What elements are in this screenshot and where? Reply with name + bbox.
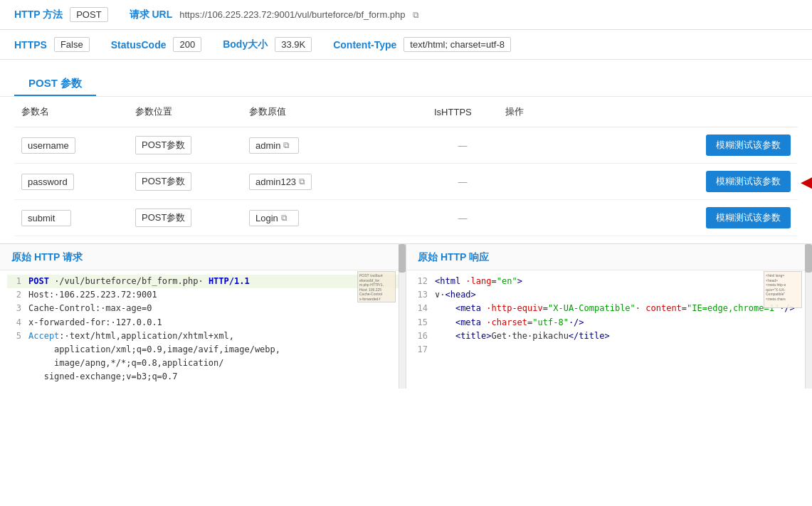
val: "en" <box>497 276 517 286</box>
info-bar: HTTPS False StatusCode 200 Body大小 33.9K … <box>0 30 812 60</box>
params-table: 参数名 参数位置 参数原值 IsHTTPS 操作 username POST参数… <box>14 97 798 236</box>
code-line: signed-exchange;v=b3;q=0.7 <box>7 370 399 384</box>
code-text: <meta ·http-equiv="X-UA-Compatible"· con… <box>435 302 805 315</box>
code-text: Host:·106.225.223.72:9001 <box>28 288 399 302</box>
url-label: 请求 URL <box>130 9 173 21</box>
code-line: 5 Accept:·text/html,application/xhtml+xm… <box>7 330 399 371</box>
thumbnail-content: POST /vul/burteforce/bf_form.php HTTP/1.… <box>358 272 395 302</box>
params-table-wrapper: 参数名 参数位置 参数原值 IsHTTPS 操作 username POST参数… <box>0 97 812 236</box>
https-item: HTTPS False <box>14 37 90 52</box>
line-number: 2 <box>7 288 21 302</box>
attr: ·charset <box>486 317 527 327</box>
tag: <title> <box>455 331 492 341</box>
line-number: 15 <box>413 316 428 330</box>
code-text: <title>Get·the·pikachu</title> <box>435 330 805 343</box>
line-number: 4 <box>7 316 21 330</box>
tag: <meta <box>455 317 481 327</box>
col-header-pos: 参数位置 <box>128 97 242 127</box>
code-text: Cache-Control:·max-age=0 <box>28 302 399 315</box>
line-number: 13 <box>413 288 428 302</box>
body-item: Body大小 33.9K <box>223 37 312 52</box>
keyword: HTTP/1.1 <box>209 276 250 286</box>
url-item: 请求 URL https://106.225.223.72:9001/vul/b… <box>130 9 419 21</box>
line-number: 12 <box>413 275 428 288</box>
tag: <meta <box>455 303 481 313</box>
status-label: StatusCode <box>111 39 167 51</box>
http-response-panel: 原始 HTTP 响应 12 <html ·lang="en"> 13 ∨·<he… <box>406 244 812 389</box>
code-text: ·/vul/burteforce/bf_form.php· <box>54 276 204 286</box>
https-value: False <box>54 37 90 52</box>
scrollbar[interactable] <box>805 244 812 389</box>
col-header-https: IsHTTPS <box>427 97 498 127</box>
param-value-field: Login ⧉ <box>249 210 299 226</box>
param-https-value: — <box>427 127 498 164</box>
tag: <head> <box>445 290 475 300</box>
col-header-name: 参数名 <box>14 97 128 127</box>
response-panel-title: 原始 HTTP 响应 <box>406 244 812 270</box>
param-pos-field: POST参数 <box>135 209 191 227</box>
code-line: 4 x-forwarded-for:·127.0.0.1 <box>7 316 399 330</box>
response-code-area: 12 <html ·lang="en"> 13 ∨·<head> 14 <met… <box>406 270 812 361</box>
copy-icon[interactable]: ⧉ <box>413 10 419 20</box>
copy-icon[interactable]: ⧉ <box>299 176 305 186</box>
red-arrow-icon: ◀ <box>801 171 812 193</box>
content-type-label: Content-Type <box>333 39 396 51</box>
tag: </title> <box>569 331 610 341</box>
param-pos-field: POST参数 <box>135 136 191 154</box>
param-value-field: admin123 ⧉ <box>249 174 312 190</box>
fuzzy-test-button[interactable]: 模糊测试该参数 <box>706 171 791 192</box>
val: "utf-8" <box>532 317 569 327</box>
code-line: 12 <html ·lang="en"> <box>413 275 805 288</box>
param-name-field: password <box>21 174 74 190</box>
scrollbar-thumb[interactable] <box>399 244 406 273</box>
param-https-value: — <box>427 164 498 200</box>
tag: > <box>517 276 522 286</box>
post-params-header: POST 参数 <box>0 60 812 97</box>
col-header-value: 参数原值 <box>242 97 427 127</box>
code-text <box>435 343 805 357</box>
code-line: 3 Cache-Control:·max-age=0 <box>7 302 399 315</box>
param-pos-field: POST参数 <box>135 172 191 191</box>
line-number <box>7 370 21 384</box>
code-text: Accept:·text/html,application/xhtml+xml,… <box>28 330 399 371</box>
code-text: signed-exchange;v=b3;q=0.7 <box>28 370 399 384</box>
attr: ·http-equiv <box>486 303 542 313</box>
table-row: username POST参数 admin ⧉ — 模糊测试该参数 <box>14 127 798 164</box>
thumbnail: POST /vul/burteforce/bf_form.php HTTP/1.… <box>357 271 396 302</box>
request-code-area: 1 POST ·/vul/burteforce/bf_form.php· HTT… <box>0 270 406 389</box>
param-name-field: username <box>21 137 75 154</box>
body-label: Body大小 <box>223 38 268 51</box>
keyword: Accept <box>28 331 59 341</box>
status-value: 200 <box>173 37 201 52</box>
copy-icon[interactable]: ⧉ <box>281 213 288 223</box>
param-https-value: — <box>427 200 498 236</box>
content-type-item: Content-Type text/html; charset=utf-8 <box>333 37 511 52</box>
fuzzy-test-with-arrow: 模糊测试该参数 ◀ <box>706 171 791 192</box>
scrollbar[interactable] <box>399 244 406 389</box>
scrollbar-thumb[interactable] <box>805 244 812 273</box>
val: "X-UA-Compatible" <box>548 303 636 313</box>
status-item: StatusCode 200 <box>111 37 202 52</box>
line-number: 5 <box>7 330 21 371</box>
bottom-panels: 原始 HTTP 请求 1 POST ·/vul/burteforce/bf_fo… <box>0 243 812 389</box>
param-value-field: admin ⧉ <box>249 137 299 154</box>
param-name-field: submit <box>21 210 71 226</box>
code-line: 2 Host:·106.225.223.72:9001 <box>7 288 399 302</box>
copy-icon[interactable]: ⧉ <box>283 140 290 150</box>
top-bar: HTTP 方法 POST 请求 URL https://106.225.223.… <box>0 0 812 30</box>
url-value: https://106.225.223.72:9001/vul/burtefor… <box>179 9 405 20</box>
text: Get·the·pikachu <box>491 331 568 341</box>
code-text: <html ·lang="en"> <box>435 275 805 288</box>
line-number: 1 <box>7 275 21 288</box>
method-item: HTTP 方法 POST <box>14 7 108 22</box>
keyword: POST <box>28 276 49 286</box>
fuzzy-test-button[interactable]: 模糊测试该参数 <box>706 135 791 156</box>
line-number: 16 <box>413 330 428 343</box>
thumbnail-content: <html lang=<head><meta http-equiv="X-UA-… <box>764 272 801 302</box>
post-params-title: POST 参数 <box>14 67 96 96</box>
body-value: 33.9K <box>275 37 312 52</box>
method-value: POST <box>70 7 107 22</box>
fuzzy-test-button[interactable]: 模糊测试该参数 <box>706 207 791 228</box>
request-panel-title: 原始 HTTP 请求 <box>0 244 406 270</box>
code-line: 1 POST ·/vul/burteforce/bf_form.php· HTT… <box>7 275 399 288</box>
